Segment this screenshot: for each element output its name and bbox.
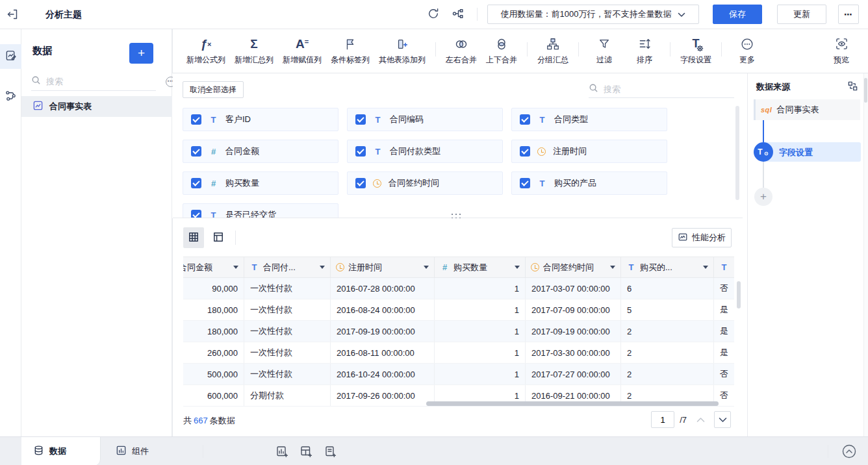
- toolbar-item-more[interactable]: 更多: [727, 35, 767, 66]
- sidebar-item-table[interactable]: 合同事实表: [21, 96, 172, 117]
- rail-analysis-button[interactable]: [0, 44, 21, 69]
- toolbar-item-join-vertical[interactable]: 上下合并: [481, 35, 522, 66]
- table-cell: 是: [714, 299, 734, 320]
- window-scrollbar-thumb[interactable]: [864, 78, 867, 103]
- refresh-button[interactable]: [426, 7, 440, 21]
- collapse-panel-button[interactable]: [841, 444, 857, 459]
- table-cell: 是: [714, 342, 734, 363]
- tab-data[interactable]: 数据: [21, 437, 101, 465]
- column-header-quantity[interactable]: 购买数量: [435, 257, 526, 277]
- lineage-button[interactable]: [451, 7, 465, 21]
- add-dashboard-icon[interactable]: [299, 444, 313, 459]
- column-header-delivered[interactable]: [714, 257, 734, 277]
- toolbar-item-group-summary[interactable]: 分组汇总: [533, 35, 573, 66]
- layout-view-button[interactable]: [208, 227, 229, 248]
- table-cell: 是: [714, 321, 734, 342]
- checkbox-checked[interactable]: [355, 146, 366, 157]
- toolbar-item-add-column-other-table[interactable]: 其他表添加列: [374, 35, 430, 66]
- field-settings-step-icon[interactable]: T: [754, 142, 773, 162]
- performance-analysis-button[interactable]: 性能分析: [672, 228, 732, 247]
- toolbar-item-sort[interactable]: 排序: [624, 35, 665, 66]
- grid-view-button[interactable]: [183, 227, 204, 248]
- sort-caret-icon[interactable]: [610, 266, 615, 269]
- toolbar-item-join-horizontal[interactable]: 左右合并: [441, 35, 481, 66]
- field-card-9[interactable]: 是否已经交货: [183, 203, 338, 218]
- table-cell: 6: [621, 278, 714, 299]
- toolbar-item-condition-tag-column[interactable]: 条件标签列: [326, 35, 374, 66]
- field-selection-panel: 取消全部选择 客户ID 合同编码 合同类型 合同金额 合同付款类型 注册时间 购…: [173, 73, 743, 218]
- toolbar-item-field-settings[interactable]: T 字段设置: [676, 35, 716, 66]
- update-button[interactable]: 更新: [777, 5, 826, 24]
- sort-caret-icon[interactable]: [233, 266, 238, 269]
- bottom-bar-divider: [828, 445, 828, 458]
- add-step-button[interactable]: +: [754, 188, 772, 206]
- tab-component[interactable]: 组件: [104, 437, 160, 465]
- sort-caret-icon[interactable]: [703, 266, 708, 269]
- sort-caret-icon[interactable]: [424, 266, 429, 269]
- checkbox-checked[interactable]: [355, 114, 366, 125]
- deselect-all-button[interactable]: 取消全部选择: [183, 81, 244, 98]
- column-header-payment[interactable]: 合同付...: [244, 257, 331, 277]
- page-total: /7: [680, 415, 687, 425]
- checkbox-checked[interactable]: [191, 146, 201, 157]
- table-row: 180,000一次性付款2016-08-24 00:00:0012017-07-…: [183, 299, 734, 321]
- page-down-button[interactable]: [714, 411, 731, 428]
- page-input[interactable]: [651, 411, 674, 428]
- field-search-input[interactable]: [604, 84, 734, 94]
- field-card-1[interactable]: 合同编码: [347, 108, 503, 131]
- column-header-product[interactable]: 购买的...: [621, 257, 714, 277]
- toolbar-item-formula-column[interactable]: ƒ× 新增公式列: [182, 35, 230, 66]
- column-header-sign-time[interactable]: 合同签约时间: [526, 257, 621, 277]
- field-cards-grid: 客户ID 合同编码 合同类型 合同金额 合同付款类型 注册时间 购买数量 合同签…: [183, 108, 667, 218]
- save-button[interactable]: 保存: [713, 5, 762, 24]
- field-panel-scrollbar[interactable]: [735, 106, 739, 200]
- checkbox-checked[interactable]: [355, 178, 366, 188]
- page-up-button[interactable]: [692, 411, 709, 428]
- sidebar-search-input[interactable]: [46, 77, 160, 86]
- table-cell: 2017-03-30 00:00:00: [526, 342, 621, 363]
- table-cell: 1: [435, 321, 526, 342]
- swap-layout-icon[interactable]: [847, 81, 859, 92]
- add-chart-icon[interactable]: [275, 444, 289, 459]
- assign-icon: A=: [296, 35, 309, 53]
- checkbox-checked[interactable]: [520, 146, 530, 157]
- search-icon: [31, 75, 41, 88]
- column-header-amount[interactable]: 合同金额: [183, 257, 244, 277]
- more-ellipsis-icon: [740, 35, 754, 53]
- checkbox-checked[interactable]: [520, 114, 530, 125]
- page-title: 分析主题: [45, 9, 82, 21]
- horizontal-scrollbar[interactable]: [426, 401, 719, 406]
- field-card-3[interactable]: 合同金额: [183, 140, 338, 163]
- checkbox-checked[interactable]: [520, 178, 530, 188]
- column-header-register-time[interactable]: 注册时间: [331, 257, 435, 277]
- field-card-4[interactable]: 合同付款类型: [347, 140, 503, 163]
- field-settings-icon: T: [693, 35, 700, 53]
- toolbar-item-assign-column[interactable]: A= 新增赋值列: [278, 35, 326, 66]
- exit-button[interactable]: [5, 7, 20, 23]
- data-usage-dropdown[interactable]: 使用数据量：前1000万行，暂不支持全量数据: [487, 5, 699, 24]
- field-card-7[interactable]: 合同签约时间: [347, 171, 503, 195]
- field-card-6[interactable]: 购买数量: [183, 171, 338, 195]
- toolbar-item-preview[interactable]: 预览: [821, 35, 862, 66]
- sort-caret-icon[interactable]: [320, 266, 325, 269]
- add-report-icon[interactable]: [323, 444, 337, 459]
- checkbox-checked[interactable]: [191, 210, 201, 218]
- vertical-scrollbar[interactable]: [737, 281, 741, 308]
- rail-relationship-button[interactable]: [0, 84, 21, 109]
- sort-caret-icon[interactable]: [515, 266, 520, 269]
- field-card-2[interactable]: 合同类型: [511, 108, 667, 131]
- toolbar-item-summary-column[interactable]: Σ 新增汇总列: [230, 35, 278, 66]
- add-data-button[interactable]: +: [129, 43, 153, 64]
- field-card-5[interactable]: 注册时间: [511, 140, 667, 163]
- checkbox-checked[interactable]: [191, 178, 201, 188]
- checkbox-checked[interactable]: [191, 114, 201, 125]
- field-card-8[interactable]: 购买的产品: [511, 171, 667, 195]
- datasource-table-node[interactable]: sql 合同事实表: [754, 99, 860, 120]
- table-cell: 180,000: [183, 299, 244, 320]
- table-cell: 2016-08-24 00:00:00: [331, 299, 435, 320]
- toolbar-item-filter[interactable]: 过滤: [584, 35, 624, 66]
- topbar-more-button[interactable]: ⋯: [838, 5, 859, 24]
- field-card-0[interactable]: 客户ID: [183, 108, 338, 131]
- table-cell: 2016-10-24 00:00:00: [331, 364, 435, 384]
- text-field-icon: [209, 210, 218, 218]
